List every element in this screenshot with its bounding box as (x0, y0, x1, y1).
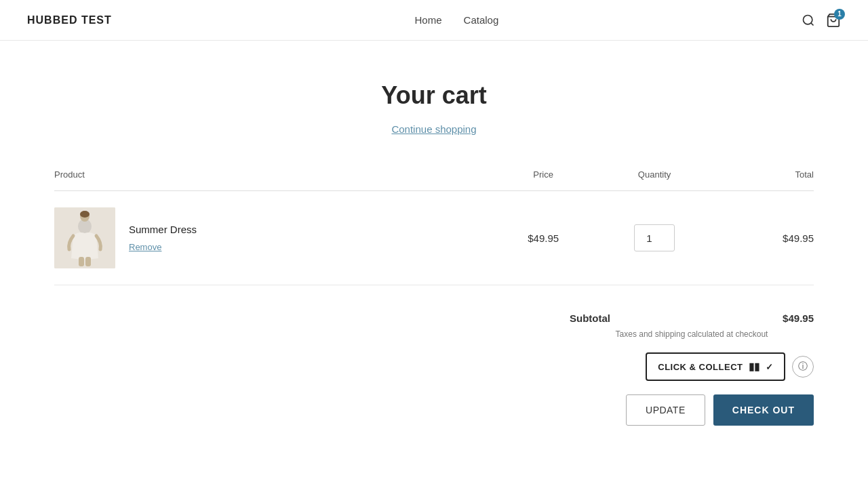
col-price: Price (495, 163, 591, 191)
svg-rect-7 (79, 257, 84, 266)
nav-catalog[interactable]: Catalog (464, 14, 499, 26)
page-title: Your cart (54, 81, 814, 110)
col-total: Total (717, 163, 814, 191)
info-icon: ⓘ (798, 361, 808, 373)
product-remove: Remove (129, 241, 197, 253)
cart-button[interactable]: 1 (826, 13, 841, 28)
checkout-button[interactable]: CHECK OUT (713, 394, 814, 426)
col-quantity: Quantity (591, 163, 717, 191)
product-image (54, 207, 115, 268)
bb-logo-icon: ▮▮ (749, 361, 760, 373)
product-cell: Summer Dress Remove (54, 207, 495, 268)
subtotal-row: Subtotal $49.95 (570, 312, 814, 324)
click-collect-button[interactable]: CLICK & COLLECT ▮▮ ✓ (646, 352, 785, 381)
subtotal-value: $49.95 (783, 312, 814, 324)
taxes-note: Taxes and shipping calculated at checkou… (570, 329, 814, 339)
search-icon (802, 14, 815, 27)
click-collect-row: CLICK & COLLECT ▮▮ ✓ ⓘ (570, 352, 814, 381)
search-button[interactable] (802, 14, 815, 27)
cart-table: Product Price Quantity Total (54, 163, 814, 285)
main-nav: Home Catalog (415, 14, 499, 26)
cart-badge: 1 (834, 9, 845, 20)
subtotal-label: Subtotal (570, 312, 610, 324)
continue-shopping-container: Continue shopping (54, 123, 814, 136)
cart-footer: Subtotal $49.95 Taxes and shipping calcu… (54, 312, 814, 426)
col-product: Product (54, 163, 495, 191)
product-price: $49.95 (495, 191, 591, 285)
info-button[interactable]: ⓘ (792, 356, 814, 378)
quantity-input[interactable] (634, 224, 675, 251)
svg-point-0 (804, 15, 812, 24)
product-quantity-cell (591, 191, 717, 285)
cart-actions: UPDATE CHECK OUT (570, 394, 814, 426)
checkmark-icon: ✓ (766, 362, 774, 372)
product-total: $49.95 (717, 191, 814, 285)
remove-link[interactable]: Remove (129, 242, 161, 252)
site-logo: HUBBED TEST (27, 14, 112, 26)
nav-home[interactable]: Home (415, 14, 442, 26)
svg-rect-8 (85, 257, 91, 266)
cart-summary: Subtotal $49.95 Taxes and shipping calcu… (570, 312, 814, 426)
site-header: HUBBED TEST Home Catalog 1 (0, 0, 868, 41)
main-content: Your cart Continue shopping Product Pric… (27, 41, 841, 453)
svg-point-6 (80, 211, 90, 218)
product-name: Summer Dress (129, 224, 197, 235)
click-collect-label: CLICK & COLLECT (658, 362, 743, 372)
svg-line-1 (811, 22, 814, 25)
header-actions: 1 (802, 13, 841, 28)
continue-shopping-link[interactable]: Continue shopping (391, 123, 476, 135)
table-row: Summer Dress Remove $49.95 $49.95 (54, 191, 814, 285)
update-button[interactable]: UPDATE (626, 394, 705, 426)
